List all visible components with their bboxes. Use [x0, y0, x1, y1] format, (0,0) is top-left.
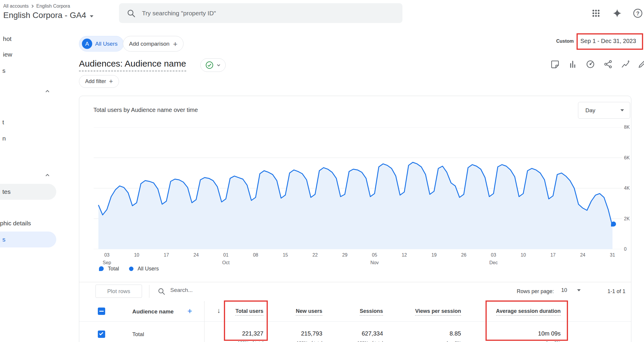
comparison-avatar: A [82, 39, 92, 49]
gauge-icon[interactable] [585, 59, 595, 69]
chevron-up-icon[interactable] [44, 88, 51, 95]
all-users-comparison-chip[interactable]: A All Users [79, 36, 124, 52]
sidebar-item-1[interactable]: t [2, 119, 4, 126]
help-icon[interactable]: ? [631, 7, 644, 20]
avg-session-duration-subtext: Avg 0% [546, 340, 561, 342]
breadcrumb: All accounts English Corpora [3, 4, 70, 9]
x-axis-label: 17 [550, 251, 556, 259]
chevron-right-icon [30, 4, 34, 8]
avg-session-duration-value: 10m 09s [538, 330, 561, 337]
plot-rows-button[interactable]: Plot rows [95, 285, 142, 298]
date-range-custom-label: Custom [556, 39, 574, 44]
rows-per-page-value: 10 [561, 287, 567, 293]
x-axis-label: 17 [164, 251, 169, 259]
timeseries-chart[interactable] [94, 127, 622, 249]
sidebar-item-overview[interactable]: iew [3, 51, 12, 58]
plus-icon: + [109, 78, 113, 85]
insights-icon[interactable] [621, 59, 631, 69]
global-search[interactable] [119, 3, 402, 23]
divider [79, 282, 631, 282]
breadcrumb-all-accounts[interactable]: All accounts [3, 4, 29, 9]
x-axis-label: 24 [580, 251, 585, 259]
page-title[interactable]: Audiences: Audience name [79, 59, 186, 71]
total-users-subtext: 100% of total [237, 340, 263, 342]
column-header-views-per-session[interactable]: Views per session [415, 308, 461, 314]
total-users-value: 221,327 [242, 330, 263, 337]
table-search-input[interactable] [170, 287, 265, 293]
x-axis-label: 08 [253, 251, 258, 259]
x-axis-label: 10 [134, 251, 139, 259]
column-header-label: Average session duration [496, 308, 561, 315]
search-icon [127, 9, 136, 18]
legend-total-label: Total [108, 266, 119, 272]
sidebar-item-snapshot[interactable]: hot [3, 35, 11, 42]
sidebar-item-pages[interactable]: s [2, 67, 6, 74]
add-comparison-button[interactable]: Add comparison + [123, 36, 184, 52]
column-header-label: Total users [235, 308, 263, 315]
sidebar-topic-user-attributes[interactable]: tes [0, 184, 56, 200]
sidebar-item-label: s [2, 236, 6, 243]
x-axis-label: 22 [313, 251, 318, 259]
column-header-total-users[interactable]: Total users [235, 308, 263, 314]
y-axis-label: 4K [624, 186, 630, 191]
sessions-value: 627,334 [362, 330, 383, 337]
dimension-header[interactable]: Audience name [132, 308, 174, 315]
legend-dot-icon [129, 267, 133, 271]
x-axis-label: 29 [342, 251, 348, 259]
check-circle-icon [205, 61, 214, 70]
comparison-label: All Users [95, 41, 118, 47]
property-title: English Corpora - GA4 [3, 11, 86, 20]
column-header-avg-session-duration[interactable]: Average session duration [496, 308, 561, 314]
select-all-checkbox[interactable] [98, 308, 105, 315]
ga4-audiences-report: All accounts English Corpora English Cor… [0, 0, 644, 342]
chevron-down-icon [620, 109, 624, 111]
column-header-label: Views per session [415, 308, 461, 315]
x-axis-label: 24 [194, 251, 199, 259]
search-icon [158, 288, 165, 295]
edit-pencil-icon[interactable] [637, 59, 644, 69]
x-axis-label: 01Oct [222, 251, 229, 267]
divider [149, 285, 149, 298]
rows-per-page-select[interactable]: 10 [561, 287, 581, 293]
y-axis-label: 8K [624, 125, 630, 130]
global-search-input[interactable] [142, 10, 384, 17]
chart-title: Total users by Audience name over time [93, 107, 198, 113]
report-status-button[interactable] [200, 58, 226, 72]
pagination-label: 1-1 of 1 [607, 288, 625, 295]
x-axis-label: 10 [521, 251, 526, 259]
indeterminate-mark [99, 311, 104, 312]
granularity-select[interactable]: Day [578, 102, 630, 119]
chevron-up-icon[interactable] [44, 172, 51, 179]
add-comparison-label: Add comparison [129, 41, 169, 47]
sidebar-item-audiences-selected[interactable]: s [0, 232, 56, 247]
y-axis-label: 0 [624, 247, 627, 252]
x-axis-label: 26 [461, 251, 466, 259]
date-range-selector[interactable]: Sep 1 - Dec 31, 2023 [580, 38, 636, 44]
x-axis-label: 31 [610, 251, 615, 259]
chevron-down-icon [90, 15, 93, 17]
x-axis-label: 15 [283, 251, 288, 259]
x-axis-label: 19 [431, 251, 437, 259]
gemini-sparkle-icon[interactable] [612, 8, 623, 19]
note-icon[interactable] [550, 59, 560, 69]
breadcrumb-property[interactable]: English Corpora [36, 4, 70, 9]
chart-legend: Total All Users [99, 264, 159, 273]
views-per-session-value: 8.85 [450, 330, 461, 337]
sidebar-item-2[interactable]: n [2, 135, 6, 142]
row-checkbox[interactable] [98, 331, 105, 338]
property-selector[interactable]: English Corpora - GA4 [3, 11, 93, 20]
apps-grid-icon[interactable] [590, 7, 602, 19]
column-header-label: New users [296, 308, 322, 315]
sort-descending-icon[interactable]: ↓ [217, 307, 221, 315]
divider [79, 321, 631, 322]
sidebar-topic-label: tes [2, 188, 11, 195]
bar-chart-icon[interactable] [568, 59, 578, 69]
add-dimension-plus-icon[interactable]: + [187, 306, 192, 316]
sessions-subtext: 100% of total [357, 340, 383, 342]
column-header-sessions[interactable]: Sessions [360, 308, 383, 314]
rows-per-page-label: Rows per page: [517, 288, 554, 295]
add-filter-button[interactable]: Add filter + [79, 75, 119, 88]
column-header-new-users[interactable]: New users [296, 308, 322, 314]
sidebar-item-demographic-details[interactable]: phic details [0, 220, 31, 227]
share-icon[interactable] [603, 59, 613, 69]
